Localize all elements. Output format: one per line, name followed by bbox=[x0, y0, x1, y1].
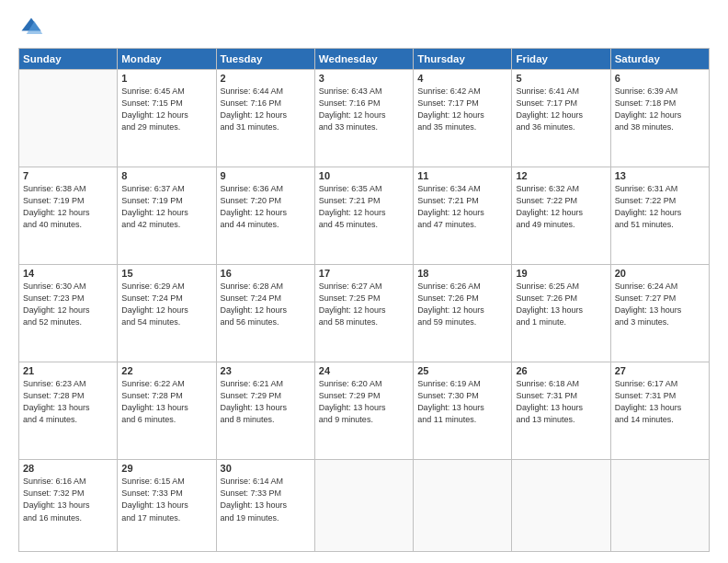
day-cell: 30Sunrise: 6:14 AM Sunset: 7:33 PM Dayli… bbox=[216, 460, 314, 552]
day-info: Sunrise: 6:37 AM Sunset: 7:19 PM Dayligh… bbox=[121, 183, 211, 231]
day-cell: 26Sunrise: 6:18 AM Sunset: 7:31 PM Dayli… bbox=[512, 362, 610, 460]
day-number: 25 bbox=[417, 365, 507, 376]
day-info: Sunrise: 6:39 AM Sunset: 7:18 PM Dayligh… bbox=[615, 86, 705, 133]
day-cell bbox=[314, 460, 413, 552]
col-header-wednesday: Wednesday bbox=[314, 49, 413, 70]
day-info: Sunrise: 6:28 AM Sunset: 7:24 PM Dayligh… bbox=[221, 281, 311, 328]
day-cell: 17Sunrise: 6:27 AM Sunset: 7:25 PM Dayli… bbox=[314, 265, 413, 362]
day-number: 11 bbox=[417, 170, 507, 181]
day-cell bbox=[19, 70, 118, 167]
day-info: Sunrise: 6:20 AM Sunset: 7:29 PM Dayligh… bbox=[319, 378, 409, 426]
day-info: Sunrise: 6:32 AM Sunset: 7:22 PM Dayligh… bbox=[516, 183, 606, 231]
day-cell: 20Sunrise: 6:24 AM Sunset: 7:27 PM Dayli… bbox=[610, 265, 709, 362]
day-info: Sunrise: 6:14 AM Sunset: 7:33 PM Dayligh… bbox=[221, 476, 311, 523]
day-number: 19 bbox=[516, 268, 606, 279]
day-info: Sunrise: 6:31 AM Sunset: 7:22 PM Dayligh… bbox=[615, 183, 705, 231]
col-header-monday: Monday bbox=[118, 49, 216, 70]
day-cell: 11Sunrise: 6:34 AM Sunset: 7:21 PM Dayli… bbox=[414, 167, 512, 265]
logo-icon bbox=[18, 15, 44, 40]
day-number: 5 bbox=[516, 73, 606, 84]
day-number: 22 bbox=[121, 365, 211, 376]
day-info: Sunrise: 6:15 AM Sunset: 7:33 PM Dayligh… bbox=[121, 476, 211, 523]
day-info: Sunrise: 6:19 AM Sunset: 7:30 PM Dayligh… bbox=[417, 378, 507, 426]
day-cell: 5Sunrise: 6:41 AM Sunset: 7:17 PM Daylig… bbox=[512, 70, 610, 167]
day-info: Sunrise: 6:18 AM Sunset: 7:31 PM Dayligh… bbox=[516, 378, 606, 426]
day-number: 12 bbox=[516, 170, 606, 181]
day-info: Sunrise: 6:34 AM Sunset: 7:21 PM Dayligh… bbox=[417, 183, 507, 231]
day-cell: 13Sunrise: 6:31 AM Sunset: 7:22 PM Dayli… bbox=[610, 167, 709, 265]
day-cell: 1Sunrise: 6:45 AM Sunset: 7:15 PM Daylig… bbox=[118, 70, 216, 167]
week-row-4: 21Sunrise: 6:23 AM Sunset: 7:28 PM Dayli… bbox=[19, 362, 710, 460]
day-info: Sunrise: 6:23 AM Sunset: 7:28 PM Dayligh… bbox=[23, 378, 113, 426]
day-info: Sunrise: 6:21 AM Sunset: 7:29 PM Dayligh… bbox=[221, 378, 311, 426]
day-cell: 29Sunrise: 6:15 AM Sunset: 7:33 PM Dayli… bbox=[118, 460, 216, 552]
day-cell: 9Sunrise: 6:36 AM Sunset: 7:20 PM Daylig… bbox=[216, 167, 314, 265]
day-info: Sunrise: 6:42 AM Sunset: 7:17 PM Dayligh… bbox=[417, 86, 507, 133]
day-number: 8 bbox=[121, 170, 211, 181]
col-header-sunday: Sunday bbox=[19, 49, 118, 70]
week-row-5: 28Sunrise: 6:16 AM Sunset: 7:32 PM Dayli… bbox=[19, 460, 710, 552]
day-number: 27 bbox=[615, 365, 705, 376]
day-info: Sunrise: 6:38 AM Sunset: 7:19 PM Dayligh… bbox=[23, 183, 113, 231]
header-row: SundayMondayTuesdayWednesdayThursdayFrid… bbox=[19, 49, 710, 70]
day-cell: 16Sunrise: 6:28 AM Sunset: 7:24 PM Dayli… bbox=[216, 265, 314, 362]
day-info: Sunrise: 6:16 AM Sunset: 7:32 PM Dayligh… bbox=[23, 476, 113, 523]
day-cell: 7Sunrise: 6:38 AM Sunset: 7:19 PM Daylig… bbox=[19, 167, 118, 265]
week-row-2: 7Sunrise: 6:38 AM Sunset: 7:19 PM Daylig… bbox=[19, 167, 710, 265]
day-cell: 8Sunrise: 6:37 AM Sunset: 7:19 PM Daylig… bbox=[118, 167, 216, 265]
col-header-saturday: Saturday bbox=[610, 49, 709, 70]
day-info: Sunrise: 6:26 AM Sunset: 7:26 PM Dayligh… bbox=[417, 281, 507, 328]
day-cell: 18Sunrise: 6:26 AM Sunset: 7:26 PM Dayli… bbox=[414, 265, 512, 362]
day-number: 6 bbox=[615, 73, 705, 84]
day-cell: 19Sunrise: 6:25 AM Sunset: 7:26 PM Dayli… bbox=[512, 265, 610, 362]
day-number: 4 bbox=[417, 73, 507, 84]
day-number: 28 bbox=[23, 463, 113, 474]
day-cell: 10Sunrise: 6:35 AM Sunset: 7:21 PM Dayli… bbox=[314, 167, 413, 265]
day-cell: 2Sunrise: 6:44 AM Sunset: 7:16 PM Daylig… bbox=[216, 70, 314, 167]
day-number: 7 bbox=[23, 170, 113, 181]
day-cell: 12Sunrise: 6:32 AM Sunset: 7:22 PM Dayli… bbox=[512, 167, 610, 265]
day-cell: 15Sunrise: 6:29 AM Sunset: 7:24 PM Dayli… bbox=[118, 265, 216, 362]
day-cell: 14Sunrise: 6:30 AM Sunset: 7:23 PM Dayli… bbox=[19, 265, 118, 362]
day-number: 20 bbox=[615, 268, 705, 279]
day-number: 24 bbox=[319, 365, 409, 376]
day-number: 3 bbox=[319, 73, 409, 84]
day-number: 1 bbox=[121, 73, 211, 84]
header bbox=[18, 15, 710, 40]
day-info: Sunrise: 6:29 AM Sunset: 7:24 PM Dayligh… bbox=[121, 281, 211, 328]
day-info: Sunrise: 6:17 AM Sunset: 7:31 PM Dayligh… bbox=[615, 378, 705, 426]
col-header-friday: Friday bbox=[512, 49, 610, 70]
day-number: 17 bbox=[319, 268, 409, 279]
day-number: 16 bbox=[221, 268, 311, 279]
page: SundayMondayTuesdayWednesdayThursdayFrid… bbox=[0, 0, 728, 563]
day-info: Sunrise: 6:44 AM Sunset: 7:16 PM Dayligh… bbox=[221, 86, 311, 133]
day-cell: 23Sunrise: 6:21 AM Sunset: 7:29 PM Dayli… bbox=[216, 362, 314, 460]
day-info: Sunrise: 6:45 AM Sunset: 7:15 PM Dayligh… bbox=[121, 86, 211, 133]
day-number: 30 bbox=[221, 463, 311, 474]
col-header-tuesday: Tuesday bbox=[216, 49, 314, 70]
day-cell: 25Sunrise: 6:19 AM Sunset: 7:30 PM Dayli… bbox=[414, 362, 512, 460]
day-info: Sunrise: 6:27 AM Sunset: 7:25 PM Dayligh… bbox=[319, 281, 409, 328]
week-row-1: 1Sunrise: 6:45 AM Sunset: 7:15 PM Daylig… bbox=[19, 70, 710, 167]
day-cell: 22Sunrise: 6:22 AM Sunset: 7:28 PM Dayli… bbox=[118, 362, 216, 460]
day-info: Sunrise: 6:30 AM Sunset: 7:23 PM Dayligh… bbox=[23, 281, 113, 328]
day-cell: 21Sunrise: 6:23 AM Sunset: 7:28 PM Dayli… bbox=[19, 362, 118, 460]
day-cell bbox=[610, 460, 709, 552]
day-cell: 27Sunrise: 6:17 AM Sunset: 7:31 PM Dayli… bbox=[610, 362, 709, 460]
day-number: 10 bbox=[319, 170, 409, 181]
week-row-3: 14Sunrise: 6:30 AM Sunset: 7:23 PM Dayli… bbox=[19, 265, 710, 362]
day-info: Sunrise: 6:25 AM Sunset: 7:26 PM Dayligh… bbox=[516, 281, 606, 328]
day-cell: 24Sunrise: 6:20 AM Sunset: 7:29 PM Dayli… bbox=[314, 362, 413, 460]
calendar-table: SundayMondayTuesdayWednesdayThursdayFrid… bbox=[18, 48, 710, 552]
day-number: 26 bbox=[516, 365, 606, 376]
day-cell: 3Sunrise: 6:43 AM Sunset: 7:16 PM Daylig… bbox=[314, 70, 413, 167]
day-info: Sunrise: 6:36 AM Sunset: 7:20 PM Dayligh… bbox=[221, 183, 311, 231]
day-cell bbox=[512, 460, 610, 552]
day-number: 21 bbox=[23, 365, 113, 376]
day-number: 13 bbox=[615, 170, 705, 181]
day-number: 29 bbox=[121, 463, 211, 474]
day-cell: 4Sunrise: 6:42 AM Sunset: 7:17 PM Daylig… bbox=[414, 70, 512, 167]
day-info: Sunrise: 6:43 AM Sunset: 7:16 PM Dayligh… bbox=[319, 86, 409, 133]
day-number: 23 bbox=[221, 365, 311, 376]
day-number: 14 bbox=[23, 268, 113, 279]
